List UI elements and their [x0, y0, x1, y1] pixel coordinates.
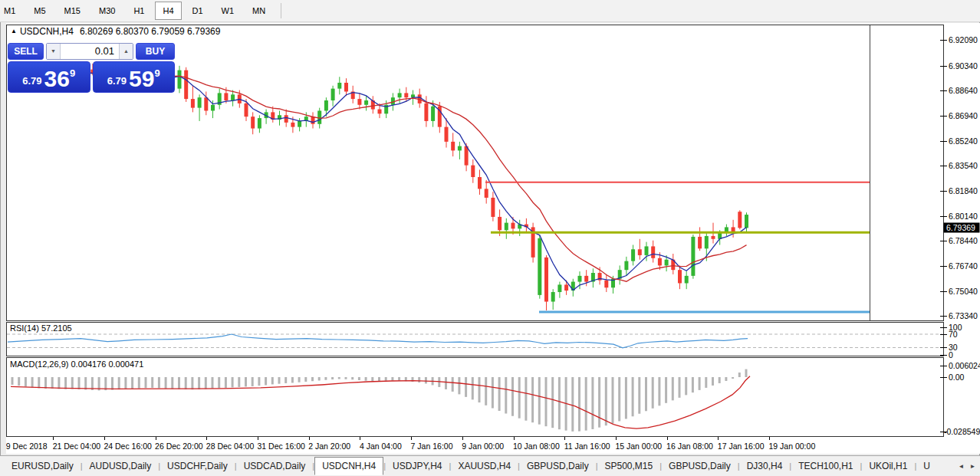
tab-xauusd-h4[interactable]: XAUUSD,H4	[451, 457, 518, 475]
tab-usdjpy-h4[interactable]: USDJPY,H4	[386, 457, 449, 475]
buy-price-big: 59	[129, 68, 154, 90]
candle	[344, 83, 348, 92]
candle	[505, 223, 508, 231]
time-label: 28 Dec 04:00	[206, 442, 255, 451]
tab-sp500-m15[interactable]: SP500,M15	[598, 457, 660, 475]
sell-price-prefix: 6.79	[22, 75, 41, 87]
buy-price-prefix: 6.79	[107, 75, 127, 87]
candle	[284, 115, 288, 123]
tab-usdchf-daily[interactable]: USDCHF,Daily	[160, 457, 235, 475]
tab-eurusd-daily[interactable]: EURUSD,Daily	[5, 457, 81, 475]
sell-button[interactable]: SELL	[8, 43, 44, 60]
time-label: 9 Jan 00:00	[462, 442, 504, 451]
price-tick-label: 6.83540	[949, 161, 978, 170]
tab-scroll-right-icon[interactable]: ►	[968, 461, 978, 472]
candle	[658, 258, 662, 266]
tab-scroll-left-icon[interactable]: ◄	[956, 461, 966, 472]
sell-price-display[interactable]: 6.79369	[8, 61, 90, 93]
candle	[224, 93, 228, 100]
timeframe-toolbar: M1M5M15M30H1H4D1W1MN	[0, 0, 980, 22]
timeframe-button-m30[interactable]: M30	[91, 2, 123, 20]
candle	[645, 246, 649, 255]
candle	[204, 97, 208, 110]
chart-title: ▲USDCNH,H46.80269 6.80370 6.79059 6.7936…	[11, 26, 220, 37]
candle	[311, 117, 315, 124]
rsi-axis-label: 0	[949, 350, 953, 359]
candle	[491, 198, 495, 217]
time-label: 11 Jan 16:00	[564, 442, 610, 451]
rsi-indicator-label: RSI(14) 57.2105	[10, 323, 72, 333]
tab-usdcnh-h4[interactable]: USDCNH,H4	[314, 457, 383, 475]
timeframe-button-m1[interactable]: M1	[0, 2, 23, 20]
tab-dj30-h4[interactable]: DJ30,H4	[740, 457, 790, 475]
macd-pane-border	[7, 358, 944, 437]
price-tick-label: 6.80140	[949, 212, 978, 221]
tab-tech100-h1[interactable]: TECH100,H1	[791, 457, 860, 475]
candle	[485, 189, 488, 198]
lot-decrease-button[interactable]: ▼	[47, 44, 61, 59]
candle	[678, 270, 682, 283]
time-label: 10 Jan 08:00	[513, 442, 560, 451]
macd-axis-label: 0.00	[949, 373, 965, 382]
timeframe-button-m15[interactable]: M15	[57, 2, 88, 20]
price-tick-label: 6.81840	[949, 186, 978, 195]
candle	[584, 276, 588, 282]
one-click-trade-panel: SELL ▼ 0.01 ▲ BUY 6.79369 6.79599	[8, 43, 175, 89]
buy-button[interactable]: BUY	[136, 43, 175, 60]
candle	[712, 236, 715, 239]
candle	[557, 284, 561, 292]
time-label: 26 Dec 20:00	[155, 442, 203, 451]
time-label: 24 Dec 16:00	[104, 442, 152, 451]
tab-gbpusd-daily[interactable]: GBPUSD,Daily	[520, 457, 596, 475]
toolbar-separator	[281, 3, 281, 18]
time-label: 31 Dec 16:00	[258, 442, 306, 451]
candle	[498, 217, 502, 230]
timeframe-button-h4[interactable]: H4	[155, 2, 181, 20]
tab-gbpusd-daily[interactable]: GBPUSD,Daily	[662, 457, 738, 475]
lot-value[interactable]: 0.01	[61, 44, 119, 59]
buy-price-display[interactable]: 6.79599	[93, 61, 176, 93]
time-label: 16 Jan 08:00	[666, 442, 713, 451]
timeframe-button-w1[interactable]: W1	[214, 2, 242, 20]
buy-price-pipette: 9	[154, 67, 159, 79]
candle	[178, 71, 182, 89]
tab-scroll-buttons: ◄ ►	[956, 461, 978, 472]
candle	[478, 177, 482, 189]
candle	[404, 93, 408, 97]
sell-price-pipette: 9	[70, 67, 75, 79]
lot-stepper: ▼ 0.01 ▲	[46, 43, 133, 60]
tab-ukoil-h1[interactable]: UKOil,H1	[862, 457, 914, 475]
price-tick-label: 6.78440	[949, 236, 978, 245]
candle	[651, 246, 655, 258]
time-label: 17 Jan 16:00	[718, 442, 765, 451]
time-label: 21 Dec 04:00	[53, 442, 101, 451]
rsi-pane-border	[7, 323, 944, 356]
price-tick-label: 6.90340	[949, 61, 978, 71]
timeframe-button-m5[interactable]: M5	[26, 2, 53, 20]
tab-usdcad-daily[interactable]: USDCAD,Daily	[237, 457, 313, 475]
candle	[424, 103, 428, 121]
macd-axis-label: -0.028549	[944, 427, 980, 436]
time-label: 2 Jan 20:00	[308, 442, 350, 451]
tab-audusd-daily[interactable]: AUDUSD,Daily	[83, 457, 159, 475]
timeframe-button-mn[interactable]: MN	[245, 2, 273, 20]
candle	[685, 276, 689, 284]
timeframe-button-d1[interactable]: D1	[185, 2, 211, 20]
candle	[745, 215, 748, 228]
candle	[578, 276, 582, 282]
price-tick-label: 6.86940	[949, 111, 978, 120]
symbol-tab-bar: EURUSD,Daily|AUDUSD,Daily|USDCHF,Daily|U…	[0, 455, 980, 476]
lot-increase-button[interactable]: ▲	[119, 44, 133, 59]
candle	[471, 166, 475, 177]
tab-u[interactable]: U	[916, 457, 937, 475]
candle	[604, 281, 608, 288]
candle	[258, 118, 261, 128]
time-label: 7 Jan 16:00	[411, 442, 453, 451]
candle	[364, 100, 368, 105]
candle	[291, 123, 294, 127]
timeframe-button-h1[interactable]: H1	[126, 2, 152, 20]
candle	[245, 103, 248, 117]
sell-price-big: 36	[44, 68, 70, 90]
macd-indicator-label: MACD(12,26,9) 0.004176 0.000471	[10, 359, 143, 369]
candle	[445, 127, 449, 142]
